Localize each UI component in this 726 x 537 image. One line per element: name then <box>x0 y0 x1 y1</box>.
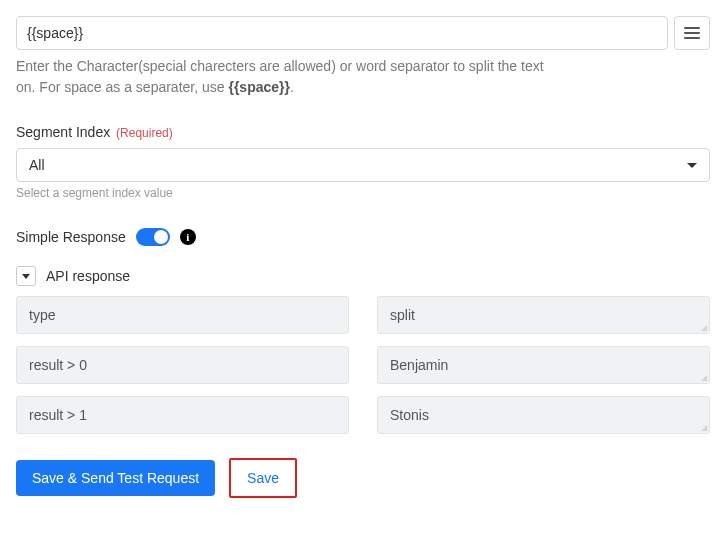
menu-icon <box>684 27 700 39</box>
simple-response-toggle[interactable] <box>136 228 170 246</box>
segment-index-select[interactable]: All <box>16 148 710 182</box>
api-response-value[interactable]: split <box>377 296 710 334</box>
api-response-title: API response <box>46 268 130 284</box>
separator-help-text: Enter the Character(special charecters a… <box>16 56 556 98</box>
segment-index-hint: Select a segment index value <box>16 186 710 200</box>
simple-response-label: Simple Response <box>16 229 126 245</box>
resize-handle-icon[interactable] <box>701 325 707 331</box>
chevron-down-icon <box>687 163 697 168</box>
api-response-value[interactable]: Benjamin <box>377 346 710 384</box>
highlight-annotation: Save <box>229 458 297 498</box>
chevron-down-icon <box>22 274 30 279</box>
api-response-key[interactable]: type <box>16 296 349 334</box>
api-response-key[interactable]: result > 1 <box>16 396 349 434</box>
segment-index-label: Segment Index (Required) <box>16 124 710 140</box>
save-send-test-button[interactable]: Save & Send Test Request <box>16 460 215 496</box>
info-icon[interactable]: i <box>180 229 196 245</box>
api-response-collapse-button[interactable] <box>16 266 36 286</box>
api-response-key[interactable]: result > 0 <box>16 346 349 384</box>
api-response-value[interactable]: Stonis <box>377 396 710 434</box>
separator-input[interactable] <box>16 16 668 50</box>
insert-variable-button[interactable] <box>674 16 710 50</box>
resize-handle-icon[interactable] <box>701 425 707 431</box>
save-button[interactable]: Save <box>231 460 295 496</box>
segment-index-value: All <box>29 157 45 173</box>
resize-handle-icon[interactable] <box>701 375 707 381</box>
